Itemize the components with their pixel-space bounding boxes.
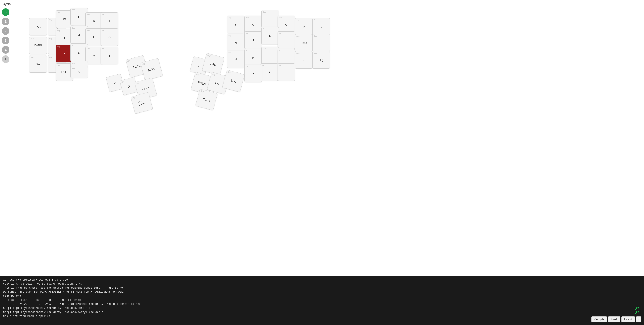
key-up-arrow[interactable]: &kp ▲ <box>261 63 278 81</box>
terminal-line-error: Could not find module appdirs! <box>3 314 641 318</box>
key-g[interactable]: &kp G <box>101 28 118 46</box>
key-p[interactable]: &kp P <box>295 18 312 35</box>
key-h[interactable]: &kp H <box>227 34 244 51</box>
terminal-line-7: text data bss dec hex filename <box>3 298 641 302</box>
terminal-line-4: warranty; not even for MERCHANTABILITY o… <box>3 290 641 294</box>
terminal-line-1: avr-gcc (Homebrew AVR GCC 9.3.0_3) 9.3.0 <box>3 278 641 282</box>
down-arrow-button[interactable]: ↓ <box>636 317 641 322</box>
key-b[interactable]: &kp B <box>101 47 118 64</box>
key-comma[interactable]: &kp , <box>261 47 279 64</box>
terminal-ok-line-1: Compiling: keyboards/handwired/dactyl_re… <box>3 306 641 310</box>
key-l[interactable]: &kp L <box>278 31 295 49</box>
key-t[interactable]: &kp T <box>101 12 118 30</box>
ok-badge-1: [OK] <box>634 306 641 310</box>
key-open-bracket[interactable]: &kp [ <box>278 63 295 81</box>
layer-1[interactable]: 1 <box>2 18 10 25</box>
key-f[interactable]: &kp F <box>86 28 103 46</box>
key-pgdn[interactable]: &kp PgDn <box>195 89 218 111</box>
terminal-line-2: Copyright (C) 2019 Free Software Foundat… <box>3 282 641 286</box>
compile-button[interactable]: Compile <box>592 317 607 322</box>
layer-add[interactable]: + <box>2 55 10 63</box>
key-slash[interactable]: &kp / <box>295 51 312 69</box>
key-k[interactable]: &kp K <box>261 27 279 44</box>
flash-button[interactable]: Flash <box>608 317 620 322</box>
keyboard-canvas: &kp TAB &kp Q &kp W &kp E &kp R &kp T &k… <box>14 0 644 276</box>
key-y[interactable]: &kp Y <box>227 16 244 33</box>
terminal-line-8: 0 24020 0 24020 5dd4 .build/handwired_da… <box>3 302 641 306</box>
key-shift-open[interactable]: &kp ⇧/( <box>29 55 47 73</box>
key-n[interactable]: &kp N <box>227 50 244 68</box>
terminal-ok-line-2: Compiling: keyboards/handwired/dactyl_re… <box>3 310 641 314</box>
terminal-line-3: This is free software; see the source fo… <box>3 286 641 290</box>
terminal: avr-gcc (Homebrew AVR GCC 9.3.0_3) 9.3.0… <box>0 276 644 325</box>
layers-label: Layers: <box>2 2 12 5</box>
layer-3[interactable]: 3 <box>2 36 10 44</box>
key-backslash[interactable]: &kp \ <box>312 18 330 35</box>
key-caps[interactable]: &kp CAPS <box>29 36 47 54</box>
key-tab[interactable]: &kp TAB <box>29 18 47 35</box>
main-area: Layers: 0 1 2 3 4 + &kp TAB &kp Q &kp W … <box>0 0 644 276</box>
layer-0[interactable]: 0 <box>2 8 10 16</box>
key-shift-close[interactable]: &kp ⇧/) <box>312 51 330 69</box>
key-down-arrow[interactable]: &kp ▼ <box>244 65 262 82</box>
sidebar: Layers: 0 1 2 3 4 + <box>0 0 14 276</box>
export-button[interactable]: Export <box>621 317 635 322</box>
key-u[interactable]: &kp U <box>244 16 262 33</box>
key-o[interactable]: &kp O <box>278 16 295 33</box>
layer-4[interactable]: 4 <box>2 46 10 54</box>
key-lt3-semi[interactable]: &kp LT(3,;) <box>295 34 312 52</box>
layer-2[interactable]: 2 <box>2 27 10 35</box>
key-r[interactable]: &kp R <box>86 12 103 30</box>
terminal-line-6: Size before: <box>3 294 641 298</box>
key-j-right[interactable]: &kp J <box>244 31 262 49</box>
key-v[interactable]: &kp V <box>86 47 103 64</box>
key-i[interactable]: &kp I <box>261 10 279 28</box>
key-right-arrow[interactable]: &kp ▷ <box>70 66 88 78</box>
toolbar: Compile Flash Export ↓ <box>592 317 641 322</box>
ok-badge-2: [OK] <box>634 310 641 314</box>
key-m[interactable]: &kp M <box>244 49 262 66</box>
key-quote[interactable]: &kp ' <box>312 34 330 52</box>
